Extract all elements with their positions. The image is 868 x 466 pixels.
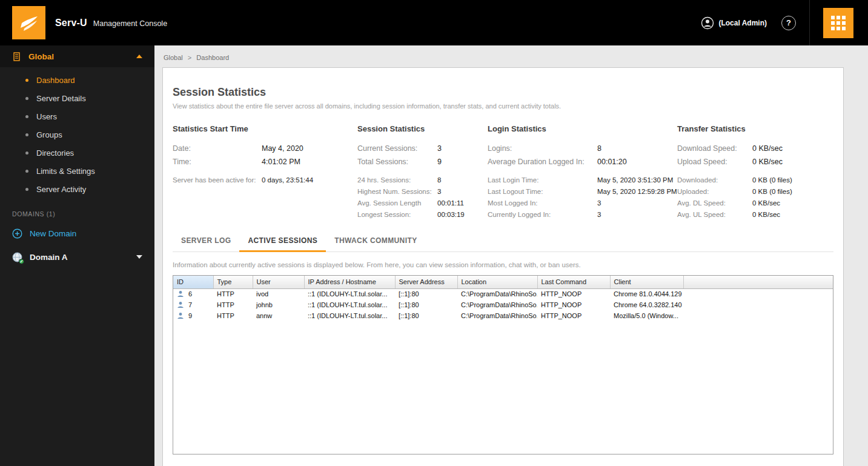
- plus-circle-icon: [12, 228, 22, 239]
- stat-label: Current Sessions:: [357, 142, 437, 155]
- cell-last-command: HTTP_NOOP: [537, 288, 610, 299]
- cell-client: Chrome 81.0.4044.129: [610, 288, 683, 299]
- sidebar-item-directories[interactable]: Directories: [0, 144, 154, 162]
- column-header-ip[interactable]: IP Address / Hostname: [304, 276, 395, 288]
- account-menu-button[interactable]: (Local Admin): [701, 16, 767, 30]
- stat-row: Date: May 4, 2020: [173, 142, 357, 155]
- sidebar-item-domain-a[interactable]: ✓ Domain A: [0, 247, 154, 267]
- cell-client: Mozilla/5.0 (Window...: [610, 310, 683, 321]
- stat-label: Last Logout Time:: [488, 186, 597, 198]
- stat-label: Avg. UL Speed:: [677, 209, 752, 221]
- stat-row: Uploaded: 0 KB (0 files): [677, 186, 833, 198]
- column-header-type[interactable]: Type: [213, 276, 253, 288]
- cell-last-command: HTTP_NOOP: [537, 299, 610, 310]
- stat-row: Average Duration Logged In: 00:01:20: [488, 155, 677, 168]
- new-domain-label: New Domain: [30, 229, 76, 238]
- sidebar-item-server-details[interactable]: Server Details: [0, 89, 154, 107]
- stats-column-transfer: Transfer Statistics Download Speed: 0 KB…: [677, 124, 833, 221]
- bullet-icon: [25, 170, 28, 173]
- stat-value: 8: [597, 142, 601, 155]
- stat-label: Server has been active for:: [173, 175, 262, 186]
- stats-column-title: Login Statistics: [488, 124, 677, 133]
- table-row[interactable]: 6 HTTP ivod ::1 (IDLOUHY-LT.tul.solar...…: [173, 288, 833, 299]
- domains-heading: DOMAINS (1): [0, 210, 154, 218]
- stat-value: 3: [597, 198, 601, 209]
- stat-label: Avg. Session Length: [357, 198, 437, 209]
- cell-type: HTTP: [213, 288, 253, 299]
- stat-value: May 5, 2020 3:51:30 PM: [597, 175, 673, 186]
- sidebar-item-limits-settings[interactable]: Limits & Settings: [0, 162, 154, 180]
- tab-active-sessions[interactable]: ACTIVE SESSIONS: [239, 236, 326, 252]
- sidebar-global-label: Global: [28, 52, 54, 61]
- stat-label: Last Login Time:: [488, 175, 597, 186]
- bullet-icon: [25, 115, 28, 118]
- tab-server-log[interactable]: SERVER LOG: [173, 236, 239, 252]
- column-header-last-command[interactable]: Last Command: [537, 276, 610, 288]
- sidebar-item-global[interactable]: Global: [0, 45, 154, 67]
- stat-row: Avg. UL Speed: 0 KB/sec: [677, 209, 833, 221]
- stat-row: Total Sessions: 9: [357, 155, 488, 168]
- topbar-right: (Local Admin) ?: [701, 0, 868, 45]
- cell-user: annw: [253, 310, 304, 321]
- cell-server-address: [::1]:80: [395, 299, 457, 310]
- help-label: ?: [786, 18, 791, 27]
- sidebar-item-users[interactable]: Users: [0, 107, 154, 125]
- bullet-icon: [25, 188, 28, 191]
- cell-id: 6: [188, 290, 192, 298]
- solarwinds-swirl-icon: [19, 13, 39, 33]
- cell-ip: ::1 (IDLOUHY-LT.tul.solar...: [304, 299, 395, 310]
- column-header-user[interactable]: User: [253, 276, 304, 288]
- cell-location: C:\ProgramData\RhinoSo...: [457, 288, 537, 299]
- page-description: View statistics about the entire file se…: [173, 102, 833, 110]
- stat-label: Upload Speed:: [677, 155, 752, 168]
- cell-client: Chrome 64.0.3282.140: [610, 299, 683, 310]
- organization-icon: [12, 52, 21, 61]
- stat-label: Date:: [173, 142, 262, 155]
- help-button[interactable]: ?: [781, 16, 796, 30]
- column-header-id[interactable]: ID: [173, 276, 213, 288]
- cell-last-command: HTTP_NOOP: [537, 310, 610, 321]
- stat-row: Logins: 8: [488, 142, 677, 155]
- new-domain-button[interactable]: New Domain: [0, 224, 154, 243]
- stat-label: Uploaded:: [677, 186, 752, 198]
- stat-value: 9: [437, 155, 442, 168]
- sidebar-item-groups[interactable]: Groups: [0, 125, 154, 144]
- stat-value: May 4, 2020: [262, 142, 303, 155]
- brand-name: Serv-U: [55, 18, 87, 28]
- stat-row: Download Speed: 0 KB/sec: [677, 142, 833, 155]
- stat-value: 0 KB/sec: [752, 155, 783, 168]
- grid-icon: [831, 16, 846, 30]
- column-header-location[interactable]: Location: [457, 276, 537, 288]
- stat-row: Avg. DL Speed: 0 KB/sec: [677, 198, 833, 209]
- stat-row: Time: 4:01:02 PM: [173, 155, 357, 168]
- stats-column-title: Session Statistics: [357, 124, 488, 133]
- stat-label: Currently Logged In:: [488, 209, 597, 221]
- bullet-icon: [25, 97, 28, 100]
- stat-value: 3: [437, 142, 442, 155]
- stat-row: Last Login Time: May 5, 2020 3:51:30 PM: [488, 175, 677, 186]
- stat-row: Current Sessions: 3: [357, 142, 488, 155]
- stats-column-login: Login Statistics Logins: 8 Average Durat…: [488, 124, 677, 221]
- table-row[interactable]: 9 HTTP annw ::1 (IDLOUHY-LT.tul.solar...…: [173, 310, 833, 321]
- stat-row: Last Logout Time: May 5, 2020 12:59:28 P…: [488, 186, 677, 198]
- sidebar-item-server-activity[interactable]: Server Activity: [0, 180, 154, 198]
- page-title: Session Statistics: [173, 86, 833, 99]
- breadcrumb-global[interactable]: Global: [164, 54, 183, 61]
- tab-thwack-community[interactable]: THWACK COMMUNITY: [326, 236, 425, 252]
- table-row[interactable]: 7 HTTP johnb ::1 (IDLOUHY-LT.tul.solar..…: [173, 299, 833, 310]
- stat-label: Longest Session:: [357, 209, 437, 221]
- stat-row: Server has been active for: 0 days, 23:5…: [173, 175, 357, 186]
- stat-label: Download Speed:: [677, 142, 752, 155]
- solarwinds-logo[interactable]: [12, 6, 45, 39]
- breadcrumb-current: Dashboard: [196, 54, 229, 61]
- sidebar-item-dashboard[interactable]: Dashboard: [0, 71, 154, 89]
- column-header-client[interactable]: Client: [610, 276, 683, 288]
- bullet-icon: [25, 151, 28, 155]
- column-header-server-address[interactable]: Server Address: [395, 276, 457, 288]
- stats-column-title: Statistics Start Time: [173, 124, 357, 133]
- breadcrumb: Global > Dashboard: [154, 45, 868, 67]
- sidebar: Global Dashboard Server Details Users: [0, 45, 154, 466]
- stat-value: 0 KB/sec: [752, 142, 783, 155]
- apps-grid-button[interactable]: [823, 8, 853, 38]
- column-header-filler: [683, 276, 833, 288]
